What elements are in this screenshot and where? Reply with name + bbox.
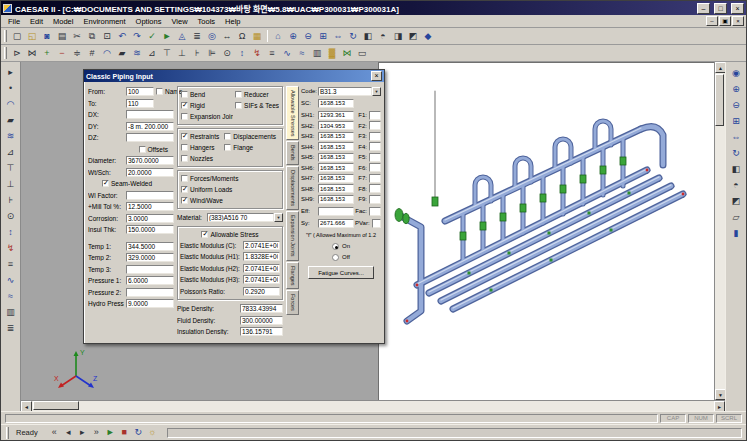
iso-view-icon[interactable]: ◩ [406, 29, 420, 43]
stop-icon[interactable]: ■ [118, 426, 131, 439]
menu-edit[interactable]: Edit [25, 16, 48, 27]
find-node-icon[interactable]: ◎ [205, 29, 219, 43]
menu-help[interactable]: Help [220, 16, 245, 27]
expansion-joint-icon[interactable]: ≋ [130, 46, 144, 60]
checkbox-box[interactable] [201, 231, 208, 238]
front-view-2-icon[interactable]: ◧ [728, 162, 744, 177]
code-dropdown[interactable]: B31.3 ▼ [318, 87, 381, 96]
sh-field[interactable] [318, 111, 354, 120]
vertical-scrollbar[interactable]: ▲ ▼ [714, 62, 725, 400]
input-plot-icon[interactable]: ◬ [175, 29, 189, 43]
f-field[interactable] [369, 195, 381, 204]
rigid-tool-icon[interactable]: ▰ [3, 113, 19, 128]
material-db-icon[interactable]: ▥ [310, 46, 324, 60]
insulation-icon[interactable]: ▓ [325, 46, 339, 60]
new-file-icon[interactable]: ▢ [10, 29, 24, 43]
menu-model[interactable]: Model [48, 16, 78, 27]
title-page-icon[interactable]: ▭ [355, 46, 369, 60]
distance-icon[interactable]: ↔ [220, 29, 234, 43]
nozzle-tool-icon[interactable]: ⊙ [3, 209, 19, 224]
dz-field[interactable] [126, 133, 174, 142]
wt-sch-field[interactable] [126, 168, 174, 177]
reducer-checkbox[interactable]: Reducer [235, 89, 279, 100]
horizontal-scroll-track[interactable] [32, 401, 714, 411]
seam-welded-checkbox[interactable] [102, 180, 109, 187]
checkbox-box[interactable] [235, 91, 242, 98]
hanger-tool-icon[interactable]: ⊦ [3, 193, 19, 208]
reducer-tool-icon[interactable]: ⊿ [3, 145, 19, 160]
tab-forces[interactable]: Forces [286, 290, 299, 315]
open-file-icon[interactable]: ◱ [25, 29, 39, 43]
reducer-icon[interactable]: ⊿ [145, 46, 159, 60]
zoom-box-icon[interactable]: ⊞ [728, 114, 744, 129]
zoom-out-icon[interactable]: ⊖ [301, 29, 315, 43]
force-tool-icon[interactable]: ↯ [3, 241, 19, 256]
undo-icon[interactable]: ↶ [115, 29, 129, 43]
pipe-density-field[interactable] [240, 304, 283, 313]
dialog-close-button[interactable]: × [371, 71, 382, 81]
tab-displacements[interactable]: Displacements [286, 166, 299, 210]
checkbox-box[interactable] [235, 102, 242, 109]
checkbox-box[interactable] [181, 133, 188, 140]
checkbox-box[interactable] [181, 186, 188, 193]
pan-view-icon[interactable]: ⇔ [728, 130, 744, 145]
flange-checkbox[interactable]: Flange [224, 142, 279, 153]
sy-field[interactable] [318, 219, 354, 228]
tab-allowable-stresses[interactable]: Allowable Stresses [286, 86, 299, 140]
save-file-icon[interactable]: ◙ [40, 29, 54, 43]
rotate-3d-icon[interactable]: ↻ [728, 146, 744, 161]
continue-element-icon[interactable]: ⊳ [10, 46, 24, 60]
add-node-icon[interactable]: • [3, 81, 19, 96]
last-element-icon[interactable]: » [90, 426, 103, 439]
checkbox-box[interactable] [181, 91, 188, 98]
dx-field[interactable] [126, 110, 174, 119]
bend-tool-icon[interactable]: ◠ [3, 97, 19, 112]
menu-tools[interactable]: Tools [193, 16, 221, 27]
pvar-field[interactable] [372, 219, 381, 228]
checkbox-box[interactable] [181, 197, 188, 204]
hanger-icon[interactable]: ⊦ [190, 46, 204, 60]
material-tool-icon[interactable]: ▥ [3, 305, 19, 320]
checkbox-box[interactable] [181, 155, 188, 162]
elastic-modulus-h2-field[interactable] [243, 264, 280, 273]
tab-expansion-joints[interactable]: Expansion Joints [286, 211, 299, 261]
force-icon[interactable]: ↯ [250, 46, 264, 60]
vertical-scroll-track[interactable] [715, 73, 725, 389]
bend-icon[interactable]: ◠ [100, 46, 114, 60]
wind-wave-checkbox[interactable]: Wind/Wave [181, 195, 279, 206]
wireframe-icon[interactable]: ▱ [728, 210, 744, 225]
prev-element-icon[interactable]: ◂ [62, 426, 75, 439]
sh-field[interactable] [318, 184, 354, 193]
f-field[interactable] [369, 163, 381, 172]
dy-field[interactable] [126, 122, 174, 131]
front-view-icon[interactable]: ◧ [361, 29, 375, 43]
temp1-field[interactable] [126, 242, 174, 251]
redo-icon[interactable]: ↷ [130, 29, 144, 43]
menu-environment[interactable]: Environment [78, 16, 130, 27]
iso-view-2-icon[interactable]: ◩ [728, 194, 744, 209]
zoom-window-icon[interactable]: ⊞ [316, 29, 330, 43]
copy-icon[interactable]: ⧉ [85, 29, 99, 43]
from-field[interactable] [126, 87, 154, 96]
dialog-title-bar[interactable]: Classic Piping Input × [84, 70, 384, 82]
tab-flanges[interactable]: Flanges [286, 262, 299, 290]
offsets-checkbox[interactable] [139, 146, 146, 153]
temp3-field[interactable] [126, 265, 174, 274]
tee-tool-icon[interactable]: ⊤ [3, 161, 19, 176]
flange-icon[interactable]: ⊫ [205, 46, 219, 60]
sh-field[interactable] [318, 174, 354, 183]
close-button[interactable]: × [731, 3, 744, 14]
f-field[interactable] [369, 184, 381, 193]
zoom-out-view-icon[interactable]: ⊖ [728, 98, 744, 113]
chevron-down-icon[interactable]: ▼ [274, 213, 283, 222]
cut-icon[interactable]: ✂ [70, 29, 84, 43]
name-checkbox[interactable] [156, 88, 163, 95]
temp2-field[interactable] [126, 253, 174, 262]
toolbar-grip[interactable] [6, 427, 9, 439]
restraints-checkbox[interactable]: Restraints [181, 131, 222, 142]
checkbox-box[interactable] [224, 133, 231, 140]
f-field[interactable] [369, 111, 381, 120]
hangers-checkbox[interactable]: Hangers [181, 142, 222, 153]
rigid-checkbox[interactable]: Rigid [181, 100, 233, 111]
material-dropdown[interactable]: (383)A516 70 ▼ [207, 213, 283, 222]
